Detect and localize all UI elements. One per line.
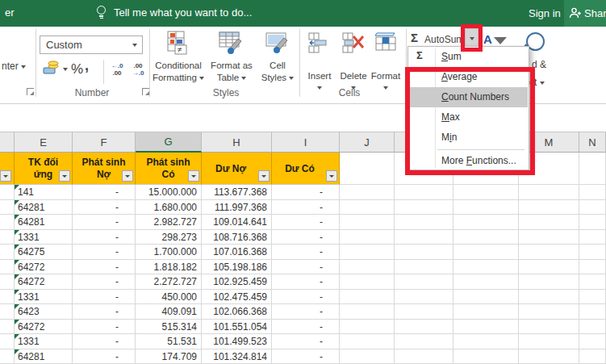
empty-cell[interactable] xyxy=(519,200,579,215)
empty-cell[interactable] xyxy=(0,185,15,200)
data-cell[interactable]: 141 xyxy=(15,185,73,200)
column-header-I[interactable]: I xyxy=(272,132,340,153)
data-cell[interactable]: 107.016.368 xyxy=(202,245,272,260)
empty-cell[interactable] xyxy=(340,185,395,200)
data-cell[interactable]: 1.818.182 xyxy=(136,260,202,275)
data-cell[interactable]: 409.091 xyxy=(136,304,202,320)
empty-cell[interactable] xyxy=(0,260,15,275)
data-cell[interactable]: - xyxy=(73,245,136,260)
empty-cell[interactable] xyxy=(519,320,579,335)
empty-cell[interactable] xyxy=(453,260,519,275)
empty-cell[interactable] xyxy=(453,304,519,320)
empty-cell[interactable] xyxy=(395,245,453,260)
empty-cell[interactable] xyxy=(340,349,395,364)
filter-dropdown-button[interactable] xyxy=(258,170,270,182)
data-cell[interactable]: 1331 xyxy=(15,290,73,305)
empty-cell[interactable] xyxy=(0,274,15,290)
data-cell[interactable]: 101.499.523 xyxy=(202,334,272,349)
number-format-combobox[interactable]: Custom xyxy=(40,36,143,54)
data-cell[interactable]: - xyxy=(73,304,136,320)
percent-style-button[interactable]: % xyxy=(71,61,83,77)
empty-cell[interactable] xyxy=(579,290,606,305)
number-dialog-launcher-icon[interactable] xyxy=(142,88,149,95)
data-cell[interactable]: 108.716.368 xyxy=(202,230,272,245)
empty-cell[interactable] xyxy=(453,274,519,290)
empty-cell[interactable] xyxy=(340,153,395,185)
data-cell[interactable]: 2.982.727 xyxy=(136,215,202,230)
data-cell[interactable]: 64272 xyxy=(15,320,73,335)
column-header-G[interactable]: G xyxy=(136,132,202,153)
empty-cell[interactable] xyxy=(395,334,453,349)
data-cell[interactable]: - xyxy=(73,185,136,200)
empty-cell[interactable] xyxy=(395,274,453,290)
empty-cell[interactable] xyxy=(395,349,453,364)
data-cell[interactable]: - xyxy=(272,185,340,200)
data-cell[interactable]: 64281 xyxy=(15,215,73,230)
empty-cell[interactable] xyxy=(579,274,606,290)
data-cell[interactable]: - xyxy=(73,334,136,349)
table-header-cell[interactable]: Phát sinhCó xyxy=(136,153,202,185)
empty-cell[interactable] xyxy=(395,320,453,335)
empty-cell[interactable] xyxy=(453,320,519,335)
data-cell[interactable]: 64275 xyxy=(15,245,73,260)
filter-dropdown-button[interactable] xyxy=(326,170,337,182)
empty-cell[interactable] xyxy=(453,334,519,349)
filter-dropdown-button[interactable] xyxy=(0,170,11,182)
data-cell[interactable]: - xyxy=(73,320,136,335)
empty-cell[interactable] xyxy=(395,215,453,230)
empty-cell[interactable] xyxy=(519,260,579,275)
merge-center-fragment[interactable]: nter xyxy=(2,61,26,72)
empty-cell[interactable] xyxy=(395,290,453,305)
empty-cell[interactable] xyxy=(579,320,606,335)
empty-cell[interactable] xyxy=(579,245,606,260)
data-cell[interactable]: 105.198.186 xyxy=(202,260,272,275)
data-cell[interactable]: 101.324.814 xyxy=(202,349,272,364)
empty-cell[interactable] xyxy=(340,245,395,260)
conditional-formatting-button[interactable]: ≠ ConditionalFormatting xyxy=(152,29,205,100)
data-cell[interactable]: - xyxy=(272,349,340,364)
empty-cell[interactable] xyxy=(340,230,395,245)
table-header-cell[interactable]: Dư Có xyxy=(272,153,340,185)
data-cell[interactable]: 64281 xyxy=(15,349,73,364)
column-header-H[interactable]: H xyxy=(202,132,272,153)
table-header-cell[interactable]: TK đốiứng xyxy=(15,153,73,185)
data-cell[interactable]: - xyxy=(272,320,340,335)
column-header-J[interactable]: J xyxy=(340,132,395,153)
data-cell[interactable]: - xyxy=(272,334,340,349)
data-cell[interactable]: - xyxy=(73,290,136,305)
empty-cell[interactable] xyxy=(0,200,15,215)
data-cell[interactable]: 1331 xyxy=(15,334,73,349)
empty-cell[interactable] xyxy=(395,200,453,215)
empty-cell[interactable] xyxy=(453,349,519,364)
data-cell[interactable]: 102.066.368 xyxy=(202,304,272,320)
chevron-down-icon[interactable] xyxy=(63,68,68,71)
empty-cell[interactable] xyxy=(395,304,453,320)
empty-cell[interactable] xyxy=(340,320,395,335)
empty-cell[interactable] xyxy=(579,349,606,364)
table-header-cell[interactable]: Dư Nợ xyxy=(202,153,272,185)
empty-cell[interactable] xyxy=(519,230,579,245)
data-cell[interactable]: 1.700.000 xyxy=(136,245,202,260)
data-cell[interactable]: 102.925.459 xyxy=(202,274,272,290)
increase-decimal-button[interactable]: ←.0.00 xyxy=(108,62,126,77)
tell-me-box[interactable]: Tell me what you want to do... xyxy=(114,6,252,19)
data-cell[interactable]: - xyxy=(272,304,340,320)
data-cell[interactable]: - xyxy=(73,215,136,230)
empty-cell[interactable] xyxy=(0,230,15,245)
empty-cell[interactable] xyxy=(519,304,579,320)
empty-cell[interactable] xyxy=(579,260,606,275)
empty-cell[interactable] xyxy=(453,290,519,305)
empty-cell[interactable] xyxy=(0,290,15,305)
empty-cell[interactable] xyxy=(0,215,15,230)
empty-cell[interactable] xyxy=(340,260,395,275)
data-cell[interactable]: - xyxy=(73,260,136,275)
empty-cell[interactable] xyxy=(453,245,519,260)
data-cell[interactable]: - xyxy=(73,230,136,245)
data-cell[interactable]: 1331 xyxy=(15,230,73,245)
data-cell[interactable]: - xyxy=(73,349,136,364)
empty-cell[interactable] xyxy=(453,200,519,215)
filter-dropdown-button[interactable] xyxy=(122,170,133,182)
data-cell[interactable]: - xyxy=(73,274,136,290)
empty-cell[interactable] xyxy=(340,200,395,215)
data-cell[interactable]: 113.677.368 xyxy=(202,185,272,200)
